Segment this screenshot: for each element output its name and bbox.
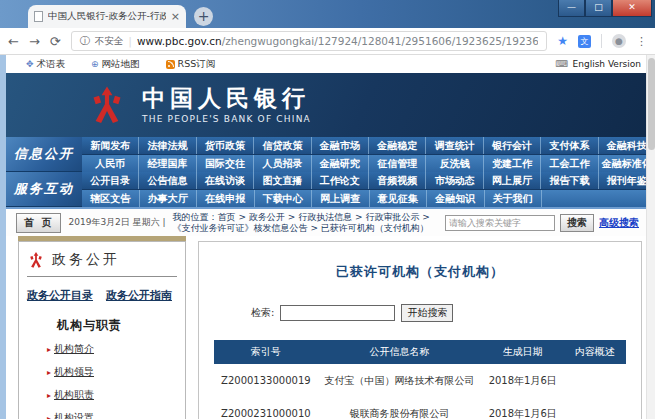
new-tab-button[interactable]: + [194,7,213,26]
nav-item[interactable]: 网上展厅 [483,172,540,189]
cell-name[interactable]: 支付宝（中国）网络技术有限公司 [317,364,481,397]
nav-item[interactable]: 办事大厅 [139,190,197,207]
pbc-logo-small-icon [27,251,45,269]
nav-item[interactable]: 市场动态 [425,172,482,189]
tab-title: 中国人民银行-政务公开-行政执 [48,10,166,23]
sidebar-item-org-leaders[interactable]: ▸ 机构领导 [47,365,177,379]
triangle-bullet-icon: ▸ [47,345,51,354]
rss-link[interactable]: RSS订阅 [166,58,216,71]
nav-item[interactable]: 银行会计 [483,137,540,154]
back-icon[interactable]: ← [8,35,19,48]
sitemap-link[interactable]: ⊕ 网站地图 [91,58,140,71]
scrollbar-thumb[interactable] [648,58,655,150]
nav-item[interactable]: 网上调查 [311,190,369,207]
nav-item[interactable]: 新闻发布 [82,137,138,154]
globe-icon: ⊕ [91,59,99,69]
nav-item[interactable]: 工会工作 [540,155,597,172]
nav-item[interactable]: 调查统计 [425,137,482,154]
nav-item[interactable]: 反洗钱 [425,155,482,172]
nav-label-info-disclosure[interactable]: 信息公开 [6,137,82,172]
sidebar-item-org-duties[interactable]: ▸ 机构职责 [47,388,177,402]
tab-close-icon[interactable]: × [171,11,180,22]
translate-icon[interactable]: 文 [578,35,591,48]
sitemap-label: 网站地图 [102,58,140,71]
pbc-logo-icon [86,84,128,126]
cell-summary [564,364,626,397]
breadcrumb[interactable]: 我的位置：首页 > 政务公开 > 行政执法信息 > 行政审批公示 > 《支付业务… [173,212,438,234]
bank-name-cn: 中国人民银行 [142,86,311,111]
nav-item[interactable]: 公告信息 [138,172,195,189]
nav-item[interactable]: 在线申报 [196,190,254,207]
nav-label-services[interactable]: 服务互动 [6,172,82,207]
nav-item[interactable]: 意见征集 [369,190,427,207]
site-search-input[interactable] [445,215,555,231]
nav-item[interactable]: 支付体系 [540,137,597,154]
home-button[interactable]: 首 页 [16,213,61,233]
nav-item[interactable]: 人民币 [82,155,138,172]
sidebar-item-org-intro[interactable]: ▸ 机构简介 [47,342,177,356]
nav-row: 新闻发布 法律法规 货币政策 信贷政策 金融市场 金融稳定 调查统计 银行会计 … [82,137,655,154]
bookmark-star-icon[interactable]: ★ [557,34,568,48]
cell-summary [564,397,626,419]
cell-name[interactable]: 银联商务股份有限公司 [317,397,481,419]
content-area: 政务公开 政务公开目录 政务公开指南 机构与职责 ▸ 机构简介 ▸ 机构领导 [6,236,655,419]
nav-item[interactable]: 征信管理 [368,155,425,172]
nav-item[interactable]: 金融稳定 [368,137,425,154]
nav-item[interactable]: 金融市场 [311,137,368,154]
close-button[interactable]: ✕ [612,0,652,17]
main-panel: 已获许可机构（支付机构） 检索: 开始搜索 索引号 公开信息名称 生成日期 内容… [198,241,642,419]
forward-icon[interactable]: → [29,35,40,48]
nav-item[interactable]: 下载中心 [254,190,312,207]
table-header-row: 索引号 公开信息名称 生成日期 内容概述 [214,340,625,364]
address-bar: ← → ⟳ ⓘ 不安全 | www.pbc.gov.cn/zhengwugong… [0,28,655,55]
maximize-button[interactable]: □ [585,0,612,17]
nav-item[interactable]: 经理国库 [138,155,195,172]
nav-item[interactable]: 人员招录 [253,155,310,172]
nav-item[interactable]: 辖区文告 [82,190,139,207]
chrome-menu-icon[interactable]: ⋮ [636,35,647,48]
profile-avatar-icon[interactable]: ● [612,34,626,48]
nav-item[interactable]: 图文直播 [253,172,310,189]
nav-item[interactable]: 工作论文 [311,172,368,189]
nav-item[interactable]: 信贷政策 [253,137,310,154]
sidebar-link-guide[interactable]: 政务公开指南 [106,288,172,303]
site-search-group: 搜索 高级搜索 [445,214,639,232]
page-scrollbar[interactable] [646,55,655,419]
advanced-search-link[interactable]: 高级搜索 [599,216,639,230]
nav-item[interactable]: 金融研究 [311,155,368,172]
minimize-button[interactable]: — [558,0,585,17]
sidebar-item-org-structure[interactable]: ▸ 机构设置 [47,411,177,419]
info-icon[interactable]: ⓘ [80,34,90,48]
nav-item[interactable]: 货币政策 [196,137,253,154]
nav-item[interactable]: 金融知识 [426,190,484,207]
start-search-button[interactable]: 开始搜索 [401,304,453,322]
site-search-button[interactable]: 搜索 [560,214,594,232]
breadcrumb-bar: 首 页 2019年3月2日 星期六 | 我的位置：首页 > 政务公开 > 行政执… [6,209,655,236]
nav-item[interactable]: 国际交往 [196,155,253,172]
retrieval-row: 检索: 开始搜索 [251,304,641,322]
english-version-link[interactable]: ⌨ English Version [556,59,641,69]
col-summary: 内容概述 [564,340,626,364]
nav-item[interactable]: 在线访谈 [196,172,253,189]
site-utility-bar: ✥ 术语表 ⊕ 网站地图 RSS订阅 ⌨ English Version [6,55,655,73]
retrieval-input[interactable] [280,305,395,321]
sidebar-link-catalog[interactable]: 政务公开目录 [27,288,93,303]
nav-item[interactable]: 关于我们 [484,190,542,207]
nav-item[interactable]: 音频视频 [368,172,425,189]
col-info-name: 公开信息名称 [317,340,481,364]
site-header: 中国人民银行 THE PEOPLE'S BANK OF CHINA [6,73,655,137]
triangle-bullet-icon: ▸ [47,414,51,419]
nav-row: 公开目录 公告信息 在线访谈 图文直播 工作论文 音频视频 市场动态 网上展厅 … [82,172,655,189]
browser-tab[interactable]: 中国人民银行-政务公开-行政执 × [28,5,186,28]
reload-icon[interactable]: ⟳ [50,35,61,48]
url-omnibox[interactable]: ⓘ 不安全 | www.pbc.gov.cn/zhengwugongkai/12… [71,31,548,51]
nav-item[interactable]: 公开目录 [82,172,138,189]
cell-index: Z2000133000019 [214,364,317,397]
nav-item[interactable]: 法律法规 [138,137,195,154]
cell-date: 2018年1月6日 [482,364,564,397]
browser-window: 中国人民银行-政务公开-行政执 × + — □ ✕ ← → ⟳ ⓘ 不安全 | … [0,0,655,419]
nav-item[interactable]: 党建工作 [483,155,540,172]
license-table: 索引号 公开信息名称 生成日期 内容概述 Z2000133000019 支付宝（… [214,340,625,419]
glossary-link[interactable]: ✥ 术语表 [26,58,65,71]
nav-item[interactable]: 报告下载 [540,172,597,189]
